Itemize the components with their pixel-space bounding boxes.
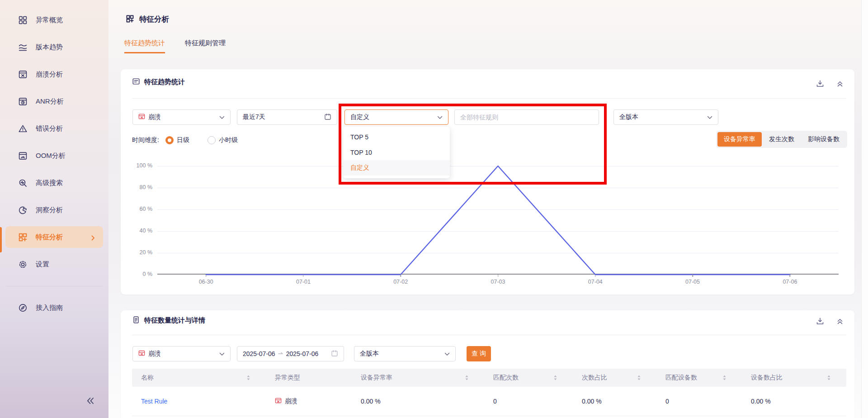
sidebar-item-error-analysis[interactable]: 错误分析: [5, 118, 103, 139]
collapse-panel-icon[interactable]: [835, 79, 844, 88]
sidebar-item-insight-analysis[interactable]: 洞察分析: [5, 199, 103, 221]
sidebar-item-label: 洞察分析: [36, 206, 63, 214]
trend-card-header: 特征趋势统计: [132, 77, 185, 87]
x-tick: [400, 275, 401, 277]
select-value: 崩溃: [148, 350, 216, 358]
detail-card-title: 特征数量统计与详情: [144, 316, 205, 325]
board-icon: [132, 77, 140, 87]
sidebar-item-label: 设置: [36, 260, 49, 269]
rule-name-link[interactable]: Test Rule: [141, 398, 167, 405]
chevron-down-icon: [219, 114, 225, 121]
sidebar-item-label: 版本趋势: [36, 43, 63, 52]
anr-window-icon: [18, 97, 28, 106]
sidebar-item-anr-analysis[interactable]: ANR分析: [5, 90, 103, 112]
exception-type-select[interactable]: 崩溃: [132, 346, 231, 361]
radio-label: 日级: [177, 136, 189, 144]
crash-red-icon: [138, 113, 145, 121]
sidebar-item-overview[interactable]: 异常概览: [5, 9, 103, 31]
calendar-icon: [331, 350, 338, 358]
radio-unselected-icon: [208, 136, 216, 144]
sidebar-item-settings[interactable]: 设置: [5, 253, 103, 275]
radio-label: 小时级: [219, 136, 238, 144]
y-tick-label: 100 %: [124, 162, 152, 169]
date-range-select[interactable]: 最近7天: [237, 109, 337, 125]
main-content: 特征分析 特征趋势统计 特征规则管理 特征趋势统计 崩溃: [108, 0, 868, 418]
column-header-count-ratio[interactable]: 次数占比: [573, 374, 656, 382]
version-select[interactable]: 全版本: [613, 109, 718, 125]
page-scrollbar[interactable]: [861, 0, 868, 418]
chevron-down-icon: [437, 114, 443, 121]
x-tick: [498, 275, 499, 277]
exception-type-select[interactable]: 崩溃: [132, 109, 231, 125]
x-tick: [206, 275, 207, 277]
trend-card: 特征趋势统计 崩溃 最近7天 自定义: [121, 69, 854, 294]
active-indicator-bar: [0, 227, 2, 252]
sidebar: 异常概览 版本趋势 崩溃分析 ANR分析 错误分析 OOM分析: [0, 0, 108, 418]
chevron-down-icon: [219, 350, 225, 357]
sidebar-item-guide[interactable]: 接入指南: [5, 297, 103, 318]
detail-card: 特征数量统计与详情 崩溃 2025-07-06 2025-07-06 全版本: [121, 310, 854, 418]
calendar-icon: [324, 113, 331, 122]
date-end-value: 2025-07-06: [286, 350, 328, 357]
match-count-value: 0: [493, 398, 497, 405]
x-tick-label: 07-03: [491, 279, 505, 285]
time-dimension-label: 时间维度:: [132, 136, 159, 144]
dropdown-option-custom[interactable]: 自定义: [343, 160, 450, 176]
metric-tab-device-rate[interactable]: 设备异常率: [717, 132, 762, 147]
radio-selected-icon: [165, 136, 174, 144]
sidebar-collapse-icon[interactable]: [86, 397, 96, 406]
feature-grid-plus-icon: [18, 233, 28, 242]
version-select[interactable]: 全版本: [354, 346, 456, 361]
date-range-picker[interactable]: 2025-07-06 2025-07-06: [237, 346, 344, 361]
collapse-panel-icon[interactable]: [835, 317, 844, 326]
radio-day-level[interactable]: 日级: [165, 136, 189, 144]
download-icon[interactable]: [816, 317, 825, 326]
sidebar-item-advanced-search[interactable]: 高级搜索: [5, 172, 103, 194]
sidebar-item-label: 异常概览: [36, 16, 63, 24]
chevron-down-icon: [444, 350, 450, 357]
sidebar-item-label: ANR分析: [36, 97, 64, 106]
trend-card-title: 特征趋势统计: [144, 78, 185, 86]
feature-rule-input[interactable]: [454, 109, 599, 125]
metric-tab-occurrences[interactable]: 发生次数: [763, 132, 801, 147]
column-header-name[interactable]: 名称: [132, 374, 266, 382]
x-tick: [303, 275, 304, 277]
oom-gauge-icon: [18, 151, 28, 161]
metric-tab-affected-devices[interactable]: 影响设备数: [802, 132, 846, 147]
top-mode-select[interactable]: 自定义: [344, 109, 448, 125]
dropdown-option-top5[interactable]: TOP 5: [343, 129, 450, 145]
x-tick: [692, 275, 693, 277]
sidebar-item-crash-analysis[interactable]: 崩溃分析: [5, 63, 103, 85]
column-header-device-ratio[interactable]: 设备数占比: [742, 374, 846, 382]
app-root: 异常概览 版本趋势 崩溃分析 ANR分析 错误分析 OOM分析: [0, 0, 868, 418]
sidebar-item-version-trend[interactable]: 版本趋势: [5, 36, 103, 58]
column-header-device-rate[interactable]: 设备异常率: [352, 374, 484, 382]
card-divider: [132, 335, 846, 335]
series-line: [206, 166, 790, 275]
sidebar-item-label: OOM分析: [36, 152, 66, 160]
y-tick-label: 0 %: [124, 271, 152, 277]
x-tick: [790, 275, 791, 277]
query-button[interactable]: 查 询: [467, 346, 491, 361]
sidebar-item-feature-analysis[interactable]: 特征分析: [5, 226, 103, 248]
crash-red-icon: [275, 397, 282, 405]
sidebar-item-oom-analysis[interactable]: OOM分析: [5, 145, 103, 166]
select-value: 崩溃: [148, 113, 216, 121]
tab-feature-rule-management[interactable]: 特征规则管理: [185, 39, 226, 53]
compass-icon: [18, 303, 28, 313]
sort-icon: [722, 375, 726, 381]
x-tick-label: 07-02: [393, 279, 408, 285]
tab-feature-trend-stats[interactable]: 特征趋势统计: [124, 39, 165, 53]
column-header-match-count[interactable]: 匹配次数: [484, 374, 573, 382]
sidebar-item-label: 特征分析: [36, 233, 63, 242]
dropdown-option-top10[interactable]: TOP 10: [343, 145, 450, 160]
top-mode-dropdown-menu: TOP 5 TOP 10 自定义: [343, 127, 450, 178]
radio-hour-level[interactable]: 小时级: [208, 136, 238, 144]
download-icon[interactable]: [816, 79, 825, 88]
sort-icon: [465, 375, 469, 381]
detail-card-actions: [816, 317, 844, 326]
warning-triangle-icon: [18, 124, 28, 133]
column-header-match-devices[interactable]: 匹配设备数: [656, 374, 742, 382]
x-tick-label: 06-30: [199, 279, 213, 285]
column-header-exception-type: 异常类型: [266, 374, 352, 382]
